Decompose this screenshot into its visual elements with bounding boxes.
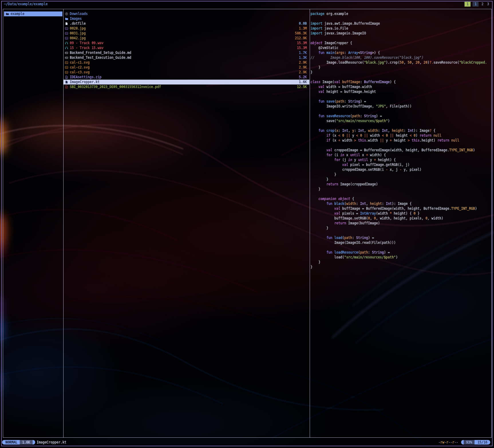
- tab-3[interactable]: 3: [486, 2, 490, 7]
- code-line: }: [310, 265, 491, 270]
- code-line: [310, 94, 491, 99]
- file-size: 212.9K: [295, 36, 307, 41]
- code-line: fun loadResource(path: String) =: [310, 250, 491, 255]
- file-row[interactable]: example: [4, 11, 62, 16]
- file-size: 1.3K: [299, 55, 307, 60]
- image-icon: [65, 27, 68, 30]
- file-size: 15.3M: [297, 41, 307, 46]
- file-preview-pane: package org.exampleimport java.awt.image…: [310, 9, 491, 437]
- code-line: }: [310, 70, 491, 75]
- file-row[interactable]: Downloads: [64, 11, 309, 16]
- file-row[interactable]: cal-c1.svg 2.9K: [64, 60, 309, 65]
- code-line: // Image.black(100, 100).saveResource("b…: [310, 55, 491, 60]
- file-size: 2.9K: [299, 70, 307, 75]
- file-size: 0.0B: [299, 21, 307, 26]
- file-row[interactable]: IDEAsettings.zip 5.2K: [64, 75, 309, 80]
- file-size: 1.7K: [299, 50, 307, 55]
- file-name: .dotfile: [70, 21, 86, 26]
- scroll-percent: 93%: [464, 440, 475, 445]
- mode-pill: NORMAL 1.6K: [2, 440, 35, 445]
- file-row[interactable]: .dotfile 0.0B: [64, 21, 309, 26]
- file-row[interactable]: 09 - Track 09.wav 15.3M: [64, 41, 309, 46]
- code-line: if (x < 0 || y < 0 || width < 0 || heigh…: [310, 133, 491, 138]
- image-icon: [65, 66, 68, 69]
- position-pill: 93% 15/16: [461, 440, 490, 445]
- file-size: 12.5K: [297, 85, 307, 89]
- file-name: Downloads: [70, 11, 88, 16]
- status-bar: NORMAL 1.6K ImageCropper.kt -rw-r--r-- 9…: [0, 440, 494, 445]
- code-line: [310, 143, 491, 148]
- file-name: Backend_Frontend_Setup_Guide.md: [70, 50, 131, 55]
- code-line: }: [310, 172, 491, 177]
- file-row[interactable]: SBI_0032013739_2023_DE05_0003155631Invoi…: [64, 85, 309, 89]
- code-line: Image(ImageIO.read(File(path))): [310, 240, 491, 245]
- code-line: fun black(width: Int, height: Int): Imag…: [310, 201, 491, 206]
- task-count-badge: 1: [465, 2, 471, 7]
- file-name: cal-c2.svg: [70, 65, 90, 70]
- code-line: fun crop(x: Int, y: Int, width: Int, hei…: [310, 128, 491, 133]
- folder-icon: [65, 17, 68, 20]
- markdown-icon: [65, 51, 68, 54]
- code-line: [310, 231, 491, 235]
- code-line: companion object {: [310, 197, 491, 201]
- code-line: fun saveResource(path: String) =: [310, 114, 491, 119]
- cursor-position: 15/16: [475, 440, 490, 445]
- file-name: Backend_Test_Execution_Guide.md: [70, 55, 131, 60]
- code-line: [310, 75, 491, 80]
- code-line: fun main(args: Array<String>) {: [310, 50, 491, 55]
- code-line: import java.io.File: [310, 26, 491, 31]
- file-name: SBI_0032013739_2023_DE05_0003155631Invoi…: [70, 85, 161, 89]
- code-line: val croppedImage = BufferedImage(width, …: [310, 148, 491, 153]
- pill-cap: [33, 440, 35, 445]
- file-size: 15.3M: [297, 46, 307, 50]
- file-name: example: [11, 11, 24, 16]
- file-size: 586.3K: [295, 31, 307, 36]
- file-row[interactable]: 15 - Track 15.wav 15.3M: [64, 46, 309, 50]
- file-row[interactable]: cal-c3.svg 2.9K: [64, 70, 309, 75]
- tab-2[interactable]: 2: [481, 2, 484, 7]
- code-line: [310, 245, 491, 250]
- file-row[interactable]: Backend_Test_Execution_Guide.md 1.3K: [64, 55, 309, 60]
- code-line: }: [310, 177, 491, 182]
- code-line: croppedImage.setRGB(i - x, j - y, pixel): [310, 167, 491, 172]
- code-line: return Image(buffImage): [310, 221, 491, 226]
- file-icon: [65, 80, 68, 84]
- file-size: 1.3M: [299, 26, 307, 31]
- file-row[interactable]: 0031.jpg 586.3K: [64, 31, 309, 36]
- file-size-badge: 1.6K: [20, 440, 33, 445]
- file-size: 5.2K: [299, 75, 307, 80]
- code-line: fun load(path: String) =: [310, 235, 491, 240]
- file-icon: [65, 22, 68, 25]
- file-size: 2.9K: [299, 65, 307, 70]
- file-name: 15 - Track 15.wav: [70, 46, 104, 50]
- current-directory-pane: Downloads Images .dotfile 0.0B 0028.jpg …: [64, 9, 309, 437]
- code-line: }: [310, 187, 491, 192]
- file-name: cal-c1.svg: [70, 60, 90, 65]
- code-line: val buffImage = BufferedImage(width, hei…: [310, 206, 491, 211]
- file-row[interactable]: cal-c2.svg 2.9K: [64, 65, 309, 70]
- code-line: class Image(val buffImage: BufferedImage…: [310, 80, 491, 85]
- code-line: object ImageCropper {: [310, 41, 491, 46]
- file-name: Images: [70, 16, 82, 21]
- file-row[interactable]: ImageCropper.kt 1.6K: [64, 80, 309, 85]
- file-row[interactable]: 0028.jpg 1.3M: [64, 26, 309, 31]
- code-line: buffImage.setRGB(0, 0, width, height, pi…: [310, 216, 491, 221]
- file-name: 0028.jpg: [70, 26, 86, 31]
- code-line: for (i in x until x + width) {: [310, 153, 491, 158]
- markdown-icon: [65, 56, 68, 59]
- headphones-icon: [65, 42, 68, 45]
- file-size: 1.6K: [299, 80, 307, 85]
- file-row[interactable]: Backend_Frontend_Setup_Guide.md 1.7K: [64, 50, 309, 55]
- tab-1[interactable]: 1: [473, 2, 479, 7]
- download-icon: [65, 12, 68, 15]
- code-line: save("src/main/resources/$path"): [310, 119, 491, 123]
- code-line: }: [310, 65, 491, 70]
- code-listing: package org.exampleimport java.awt.image…: [310, 11, 491, 270]
- file-row[interactable]: Images: [64, 16, 309, 21]
- code-line: [310, 36, 491, 41]
- pdf-icon: [65, 85, 68, 89]
- code-line: [310, 123, 491, 128]
- code-line: val pixels = IntArray(width * height) { …: [310, 211, 491, 216]
- file-row[interactable]: 0042.jpg 212.9K: [64, 36, 309, 41]
- headphones-icon: [65, 46, 68, 50]
